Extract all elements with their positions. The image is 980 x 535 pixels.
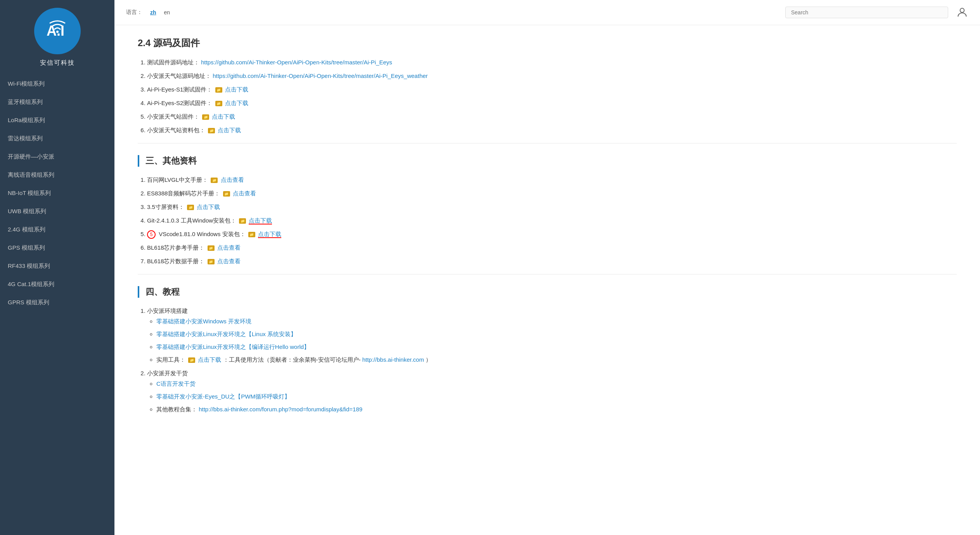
link-git[interactable]: 点击下载 (249, 217, 272, 224)
link-weather-pack[interactable]: 点击下载 (218, 127, 241, 133)
list-item: 5 VScode1.81.0 Windows 安装包： 📁 点击下载 (147, 229, 957, 239)
main-area: 语言： zh en 2.4 源码及固件 测试固件源码地址： https://gi… (114, 0, 980, 535)
link-lvgl[interactable]: 点击查看 (221, 176, 244, 183)
list-item: Ai-Pi-Eyes-S1测试固件： 📁 点击下载 (147, 84, 957, 95)
lang-zh-button[interactable]: zh (150, 9, 156, 16)
file-icon: 📁 (187, 205, 194, 210)
sidebar-item-nbiot[interactable]: NB-IoT 模组系列 (0, 184, 114, 202)
sidebar-item-uwb[interactable]: UWB 模组系列 (0, 202, 114, 221)
link-bl618-ref[interactable]: 点击查看 (217, 244, 241, 251)
list-item: 测试固件源码地址： https://github.com/Ai-Thinker-… (147, 57, 957, 67)
link-es8388[interactable]: 点击查看 (233, 190, 256, 197)
content-area: 2.4 源码及固件 测试固件源码地址： https://github.com/A… (114, 25, 980, 535)
link-windows-env[interactable]: 零基础搭建小安派Windows 开发环境 (156, 318, 251, 324)
file-icon: 📁 (248, 232, 255, 237)
user-icon[interactable] (956, 6, 968, 19)
file-icon: 📁 (239, 218, 246, 224)
divider (138, 143, 957, 143)
sidebar-item-wifi[interactable]: Wi-Fi模组系列 (0, 75, 114, 93)
link-35inch[interactable]: 点击下载 (197, 204, 220, 210)
section-2-4-title: 2.4 源码及固件 (138, 37, 957, 49)
link-weather-source[interactable]: https://github.com/Ai-Thinker-Open/AiPi-… (213, 72, 428, 79)
sub-list-item: 零基础搭建小安派Linux开发环境之【Linux 系统安装】 (156, 329, 957, 339)
sidebar-item-gprs[interactable]: GPRS 模组系列 (0, 293, 114, 312)
divider-2 (138, 274, 957, 274)
sidebar-item-voice[interactable]: 离线语音模组系列 (0, 166, 114, 184)
list-item: ES8388音频解码芯片手册： 📁 点击查看 (147, 188, 957, 198)
logo-circle: A.I (34, 8, 81, 54)
file-icon: 📁 (208, 245, 215, 251)
sidebar-nav: Wi-Fi模组系列 蓝牙模组系列 LoRa模组系列 雷达模组系列 开源硬件—小安… (0, 73, 114, 314)
list-3: 百问网LVGL中文手册： 📁 点击查看 ES8388音频解码芯片手册： 📁 点击… (138, 174, 957, 266)
sub-list-item: C语言开发干货 (156, 378, 957, 389)
list-item: 小安派天气站源码地址： https://github.com/Ai-Thinke… (147, 71, 957, 81)
file-icon: 📁 (202, 114, 209, 120)
link-bl618-data[interactable]: 点击查看 (217, 258, 241, 264)
sub-list: 零基础搭建小安派Windows 开发环境 零基础搭建小安派Linux开发环境之【… (147, 316, 957, 365)
svg-point-2 (960, 8, 964, 12)
sidebar-item-radar[interactable]: 雷达模组系列 (0, 129, 114, 148)
sidebar-item-rf433[interactable]: RF433 模组系列 (0, 257, 114, 275)
file-icon: 📁 (215, 101, 222, 106)
list-item-tutorial-2: 小安派开发干货 C语言开发干货 零基础开发小安派-Eyes_DU之【PWM循环呼… (147, 368, 957, 414)
link-vscode[interactable]: 点击下载 (258, 231, 281, 238)
sidebar-item-gps[interactable]: GPS 模组系列 (0, 239, 114, 257)
sidebar-item-opensource[interactable]: 开源硬件—小安派 (0, 148, 114, 166)
sub-list-item: 实用工具： 📁 点击下载 ：工具使用方法（贡献者：业余菜狗-安信可论坛用户- h… (156, 354, 957, 365)
link-tutorial-collection[interactable]: http://bbs.ai-thinker.com/forum.php?mod=… (199, 406, 362, 412)
list-2-4: 测试固件源码地址： https://github.com/Ai-Thinker-… (138, 57, 957, 135)
link-tools-download[interactable]: 点击下载 (198, 356, 221, 363)
sidebar: A.I 安信可科技 Wi-Fi模组系列 蓝牙模组系列 LoRa模组系列 雷达模组… (0, 0, 114, 535)
list-item: 小安派天气站资料包： 📁 点击下载 (147, 125, 957, 135)
section-4-title: 四、教程 (138, 286, 957, 298)
link-weather-firmware[interactable]: 点击下载 (212, 113, 235, 120)
list-item: Ai-Pi-Eyes-S2测试固件： 📁 点击下载 (147, 98, 957, 108)
file-icon: 📁 (208, 259, 215, 264)
lang-en-button[interactable]: en (164, 9, 170, 16)
sub-list-item: 零基础开发小安派-Eyes_DU之【PWM循环呼吸灯】 (156, 391, 957, 402)
list-item: 百问网LVGL中文手册： 📁 点击查看 (147, 174, 957, 185)
sidebar-logo: A.I 安信可科技 (0, 0, 114, 73)
header-left: 语言： zh en (126, 9, 170, 16)
logo-svg: A.I (42, 16, 73, 47)
link-bbs[interactable]: http://bbs.ai-thinker.com (362, 356, 424, 363)
sub-list-item: 零基础搭建小安派Linux开发环境之【编译运行Hello world】 (156, 342, 957, 352)
file-icon: 📁 (215, 87, 222, 93)
file-icon: 📁 (208, 128, 215, 133)
link-c-dev[interactable]: C语言开发干货 (156, 380, 196, 387)
list-4: 小安派环境搭建 零基础搭建小安派Windows 开发环境 零基础搭建小安派Lin… (138, 305, 957, 414)
sub-list-item: 其他教程合集： http://bbs.ai-thinker.com/forum.… (156, 404, 957, 414)
list-item: 小安派天气站固件： 📁 点击下载 (147, 111, 957, 122)
header: 语言： zh en (114, 0, 980, 25)
list-item: BL618芯片参考手册： 📁 点击查看 (147, 242, 957, 253)
list-item-tutorial-1: 小安派环境搭建 零基础搭建小安派Windows 开发环境 零基础搭建小安派Lin… (147, 305, 957, 365)
list-item: BL618芯片数据手册： 📁 点击查看 (147, 256, 957, 266)
link-s2-firmware[interactable]: 点击下载 (225, 100, 248, 106)
link-linux-hello[interactable]: 零基础搭建小安派Linux开发环境之【编译运行Hello world】 (156, 343, 310, 350)
red-circle-annotation: 5 (147, 230, 156, 239)
sub-list: C语言开发干货 零基础开发小安派-Eyes_DU之【PWM循环呼吸灯】 其他教程… (147, 378, 957, 414)
file-icon: 📁 (211, 178, 218, 183)
link-firmware-source[interactable]: https://github.com/Ai-Thinker-Open/AiPi-… (201, 59, 392, 66)
search-input[interactable] (785, 7, 948, 18)
list-item: Git-2.4.1.0.3 工具Window安装包： 📁 点击下载 (147, 215, 957, 226)
link-s1-firmware[interactable]: 点击下载 (225, 86, 248, 93)
file-icon: 📁 (223, 191, 230, 197)
sidebar-item-4g[interactable]: 4G Cat.1模组系列 (0, 275, 114, 293)
header-right (785, 6, 968, 19)
sidebar-item-2.4g[interactable]: 2.4G 模组系列 (0, 221, 114, 239)
brand-name: 安信可科技 (40, 59, 75, 67)
sidebar-item-bluetooth[interactable]: 蓝牙模组系列 (0, 93, 114, 111)
list-item: 3.5寸屏资料： 📁 点击下载 (147, 202, 957, 212)
sub-list-item: 零基础搭建小安派Windows 开发环境 (156, 316, 957, 326)
file-icon: 📁 (188, 357, 195, 363)
link-pwm-tutorial[interactable]: 零基础开发小安派-Eyes_DU之【PWM循环呼吸灯】 (156, 393, 290, 400)
section-3-title: 三、其他资料 (138, 155, 957, 167)
lang-label: 语言： (126, 9, 142, 16)
svg-point-1 (56, 31, 59, 33)
link-linux-env[interactable]: 零基础搭建小安派Linux开发环境之【Linux 系统安装】 (156, 331, 296, 337)
sidebar-item-lora[interactable]: LoRa模组系列 (0, 111, 114, 129)
